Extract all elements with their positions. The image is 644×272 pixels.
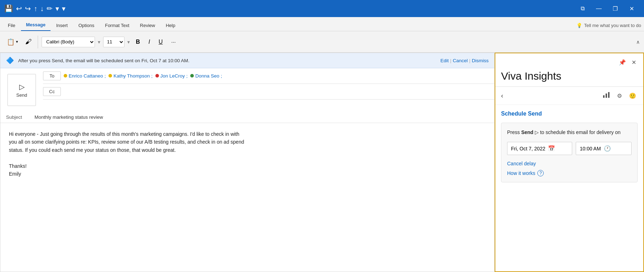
schedule-description: Press Send ▷ to schedule this email for … [507, 129, 632, 136]
subject-row: Subject Monthly marketing status review [0, 112, 494, 123]
cancel-delay-link[interactable]: Cancel delay [507, 161, 632, 166]
bold-button[interactable]: B [133, 37, 143, 47]
maximize-button[interactable]: ❐ [607, 0, 623, 17]
viva-nav-row: ‹ ⚙ 🙂 [495, 87, 643, 105]
italic-button[interactable]: I [145, 37, 153, 47]
viva-panel-controls: 📌 ✕ [617, 58, 638, 67]
schedule-icon: 🔷 [6, 57, 14, 64]
main-area: 🔷 After you press Send, the email will b… [0, 53, 644, 272]
date-picker[interactable]: Fri, Oct 7, 2022 📅 [507, 142, 572, 155]
recipient-donna[interactable]: Donna Seo ; [190, 73, 222, 79]
toolbar-separator [38, 36, 38, 48]
paste-button[interactable]: 📋▾ [4, 36, 21, 48]
address-fields: To Enrico Cattaneo ; Kathy Thompson ; [43, 68, 494, 112]
chart-icon-button[interactable] [601, 90, 611, 101]
close-button[interactable]: ✕ [623, 0, 640, 17]
more-formatting-button[interactable]: ··· [168, 37, 179, 47]
tell-me-text: Tell me what you want to do [584, 23, 641, 28]
tab-review[interactable]: Review [135, 21, 160, 31]
viva-nav-icons: ⚙ 🙂 [601, 90, 638, 101]
settings-icon-button[interactable]: ⚙ [616, 90, 623, 101]
font-size-select[interactable]: 11 [103, 37, 124, 47]
date-value: Fri, Oct 7, 2022 [511, 146, 545, 151]
time-value: 10:00 AM [580, 146, 601, 151]
redo-icon[interactable]: ↪ [25, 4, 31, 13]
clock-icon: 🕐 [604, 145, 611, 152]
calendar-icon: 📅 [548, 145, 555, 152]
ribbon-tabs: File Message Insert Options Format Text … [0, 17, 644, 31]
donna-name: Donna Seo [195, 73, 219, 79]
edit-link[interactable]: Edit [440, 58, 448, 63]
recipient-enrico[interactable]: Enrico Cattaneo ; [64, 73, 106, 79]
viva-close-button[interactable]: ✕ [630, 58, 638, 67]
enrico-name: Enrico Cattaneo [69, 73, 103, 79]
more-icon[interactable]: ▾ [62, 4, 65, 13]
tell-me-area: 💡 Tell me what you want to do [576, 23, 641, 31]
cc-row: Cc [43, 84, 494, 100]
tab-file[interactable]: File [3, 21, 20, 31]
send-button[interactable]: ▷ Send [7, 74, 36, 106]
kathy-dot [108, 74, 112, 78]
viva-panel-header: 📌 ✕ [495, 53, 643, 67]
email-body[interactable]: Hi everyone - Just going through the res… [0, 123, 494, 185]
subject-label: Subject [6, 114, 34, 120]
save-icon[interactable]: 💾 [4, 4, 13, 13]
schedule-message: After you press Send, the email will be … [18, 58, 190, 63]
recipient-kathy[interactable]: Kathy Thompson ; [108, 73, 153, 79]
to-field[interactable]: Enrico Cattaneo ; Kathy Thompson ; Jon L… [61, 72, 494, 80]
ribbon-toolbar: 📋▾ 🖌 Calibri (Body) ▾ 11 ▾ B I U ··· ∧ [0, 31, 644, 53]
window-controls: ⧉ — ❐ ✕ [574, 0, 640, 17]
font-name-select[interactable]: Calibri (Body) [42, 37, 95, 47]
back-button[interactable]: ‹ [501, 91, 506, 100]
minimize-button[interactable]: — [591, 0, 607, 17]
tab-format-text[interactable]: Format Text [100, 21, 134, 31]
tab-message[interactable]: Message [21, 20, 50, 31]
emoji-icon-button[interactable]: 🙂 [628, 90, 638, 101]
format-painter-button[interactable]: 🖌 [23, 36, 34, 47]
pen-icon[interactable]: ✏ [47, 4, 53, 13]
cc-button[interactable]: Cc [43, 87, 61, 96]
schedule-card: Press Send ▷ to schedule this email for … [501, 123, 638, 182]
how-it-works[interactable]: How it works ? [507, 170, 632, 176]
svg-rect-0 [603, 95, 605, 98]
tab-help[interactable]: Help [161, 21, 180, 31]
body-p6: Emily [9, 170, 486, 178]
up-icon[interactable]: ↑ [34, 5, 37, 13]
how-it-works-text: How it works [507, 170, 535, 176]
viva-insights-panel: 📌 ✕ Viva Insights ‹ ⚙ 🙂 [495, 53, 644, 272]
dismiss-link[interactable]: Dismiss [472, 58, 489, 63]
ribbon-collapse-arrow[interactable]: ∧ [636, 39, 640, 45]
sep2: | [469, 58, 470, 63]
jon-name: Jon LeCroy [160, 73, 185, 79]
pin-button[interactable]: 📌 [617, 58, 627, 67]
schedule-fields: Fri, Oct 7, 2022 📅 10:00 AM 🕐 [507, 142, 632, 155]
enrico-dot [64, 74, 67, 78]
body-p2: you all on some clarifying points re: KP… [9, 138, 486, 146]
svg-rect-2 [608, 92, 610, 98]
cc-field[interactable] [61, 90, 494, 93]
cancel-link[interactable]: Cancel [453, 58, 468, 63]
desc-bold: Send [521, 129, 533, 135]
schedule-send-title: Schedule Send [501, 111, 638, 117]
underline-button[interactable]: U [155, 37, 166, 47]
subject-text[interactable]: Monthly marketing status review [34, 114, 103, 120]
undo-icon[interactable]: ↩ [16, 4, 22, 13]
tab-insert[interactable]: Insert [51, 21, 73, 31]
jon-dot [155, 74, 159, 78]
to-row: To Enrico Cattaneo ; Kathy Thompson ; [43, 68, 494, 84]
time-picker[interactable]: 10:00 AM 🕐 [576, 142, 632, 155]
recipient-jon[interactable]: Jon LeCroy ; [155, 73, 188, 79]
desc-part2: ▷ to schedule this email for delivery on [533, 129, 621, 135]
send-label: Send [16, 92, 27, 98]
send-arrow-icon: ▷ [19, 82, 25, 91]
svg-rect-1 [606, 94, 607, 98]
desc-part1: Press [507, 129, 521, 135]
dropdown-icon[interactable]: ▾ [55, 4, 59, 13]
body-p5: Thanks! [9, 162, 486, 170]
to-button[interactable]: To [43, 71, 61, 80]
tab-options[interactable]: Options [73, 21, 99, 31]
viva-title: Viva Insights [495, 67, 643, 87]
down-icon[interactable]: ↓ [40, 5, 44, 13]
restore-button[interactable]: ⧉ [574, 0, 591, 17]
sep1: | [450, 58, 452, 63]
